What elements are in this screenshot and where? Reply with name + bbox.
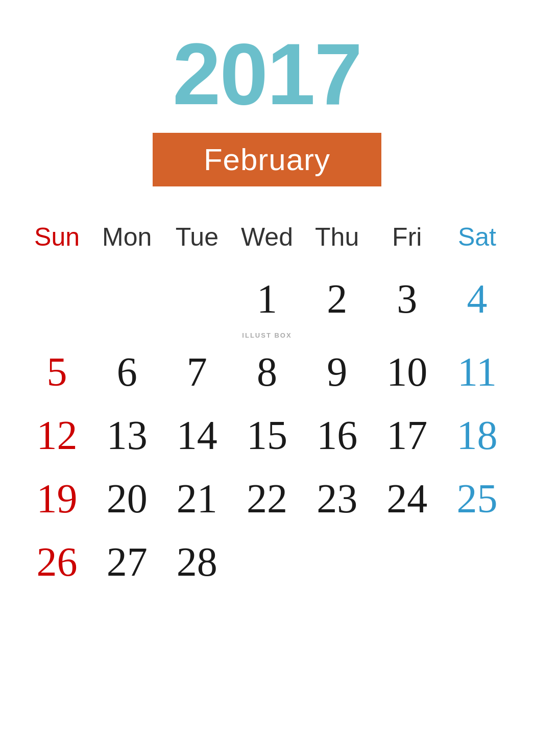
day-empty xyxy=(302,530,372,594)
header-wed: Wed xyxy=(232,217,302,267)
day-28: 28 xyxy=(162,530,232,594)
day-16: 16 xyxy=(302,404,372,467)
header-mon: Mon xyxy=(92,217,162,267)
day-23: 23 xyxy=(302,467,372,530)
month-display: February xyxy=(204,142,330,177)
day-22: 22 xyxy=(232,467,302,530)
day-7: 7 xyxy=(162,340,232,404)
day-21: 21 xyxy=(162,467,232,530)
day-17: 17 xyxy=(372,404,442,467)
day-24: 24 xyxy=(372,467,442,530)
day-empty xyxy=(232,530,302,594)
day-15: 15 xyxy=(232,404,302,467)
day-8: 8 xyxy=(232,340,302,404)
day-18: 18 xyxy=(442,404,512,467)
day-11: 11 xyxy=(442,340,512,404)
day-5: 5 xyxy=(22,340,92,404)
day-empty xyxy=(162,267,232,330)
month-banner: February xyxy=(153,133,381,186)
calendar-container: 2017 February Sun Mon Tue Wed Thu Fri Sa… xyxy=(0,0,534,756)
day-10: 10 xyxy=(372,340,442,404)
day-empty xyxy=(442,530,512,594)
day-4: 4 xyxy=(442,267,512,330)
calendar-grid: Sun Mon Tue Wed Thu Fri Sat 1 2 3 4 ILLU… xyxy=(22,217,512,594)
day-13: 13 xyxy=(92,404,162,467)
day-3: 3 xyxy=(372,267,442,330)
day-6: 6 xyxy=(92,340,162,404)
day-25: 25 xyxy=(442,467,512,530)
day-14: 14 xyxy=(162,404,232,467)
header-fri: Fri xyxy=(372,217,442,267)
header-sat: Sat xyxy=(442,217,512,267)
year-display: 2017 xyxy=(173,31,361,117)
day-20: 20 xyxy=(92,467,162,530)
day-empty xyxy=(92,267,162,330)
watermark: ILLUST BOX xyxy=(22,330,512,340)
day-27: 27 xyxy=(92,530,162,594)
day-2: 2 xyxy=(302,267,372,330)
header-tue: Tue xyxy=(162,217,232,267)
day-26: 26 xyxy=(22,530,92,594)
header-sun: Sun xyxy=(22,217,92,267)
day-1: 1 xyxy=(232,267,302,330)
day-19: 19 xyxy=(22,467,92,530)
day-empty xyxy=(22,267,92,330)
day-empty xyxy=(372,530,442,594)
day-12: 12 xyxy=(22,404,92,467)
header-thu: Thu xyxy=(302,217,372,267)
day-9: 9 xyxy=(302,340,372,404)
